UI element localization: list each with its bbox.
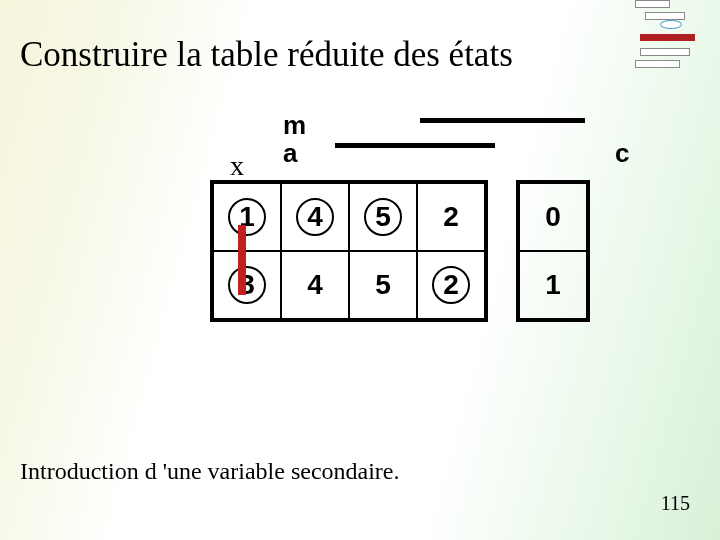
table-cell: 4: [281, 251, 349, 319]
footer-text: Introduction d 'une variable secondaire.: [20, 458, 400, 485]
label-x: x: [230, 150, 244, 182]
cell-value: 4: [307, 269, 323, 301]
circled-value: 1: [228, 198, 266, 236]
label-a: a: [283, 138, 297, 169]
table-cell: 1: [519, 251, 587, 319]
cell-value: 2: [443, 201, 459, 233]
label-m: m: [283, 110, 306, 141]
cell-value: 0: [545, 201, 561, 233]
table-cell: 3: [213, 251, 281, 319]
overline-bottom: [335, 143, 495, 148]
table-cell: 2: [417, 251, 485, 319]
cell-value: 1: [545, 269, 561, 301]
corner-decoration: [620, 0, 690, 75]
table-cell: 2: [417, 183, 485, 251]
label-c: c: [615, 138, 629, 169]
page-number: 115: [661, 492, 690, 515]
table-cell: 4: [281, 183, 349, 251]
table-cell: 0: [519, 183, 587, 251]
table-cell: 5: [349, 183, 417, 251]
state-table-diagram: m a x c 1 4 5 2 3 4 5 2 0 1: [210, 110, 650, 322]
circled-value: 2: [432, 266, 470, 304]
page-title: Construire la table réduite des états: [20, 35, 513, 75]
circled-value: 5: [364, 198, 402, 236]
circled-value: 4: [296, 198, 334, 236]
main-state-table: 1 4 5 2 3 4 5 2: [210, 180, 488, 322]
table-cell: 5: [349, 251, 417, 319]
output-column-c: 0 1: [516, 180, 590, 322]
header-labels: m a x c: [210, 110, 650, 180]
overline-top: [420, 118, 585, 123]
red-marker-bar: [238, 225, 246, 295]
circled-value: 3: [228, 266, 266, 304]
table-cell: 1: [213, 183, 281, 251]
cell-value: 5: [375, 269, 391, 301]
